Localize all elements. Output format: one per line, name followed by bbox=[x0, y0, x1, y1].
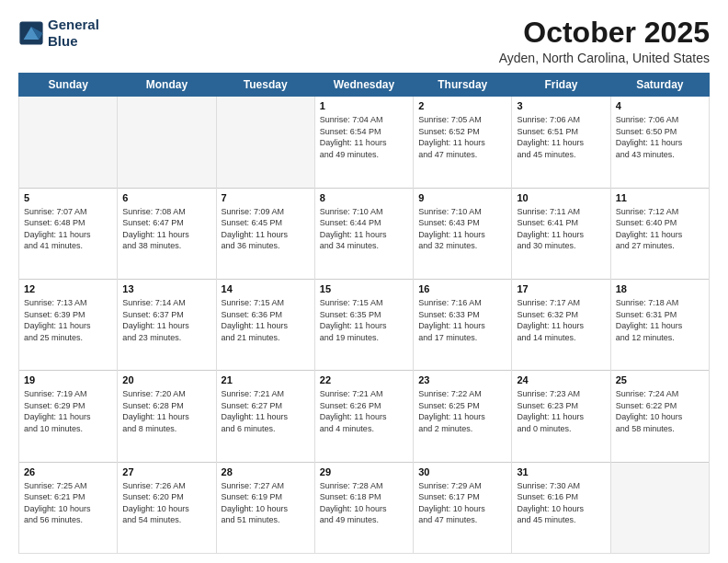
calendar-cell: 3Sunrise: 7:06 AM Sunset: 6:51 PM Daylig… bbox=[512, 97, 610, 188]
header-day-friday: Friday bbox=[512, 74, 610, 97]
day-info: Sunrise: 7:21 AM Sunset: 6:26 PM Dayligh… bbox=[320, 388, 408, 434]
day-number: 19 bbox=[24, 374, 112, 385]
day-number: 3 bbox=[517, 100, 605, 111]
header-day-wednesday: Wednesday bbox=[314, 74, 413, 97]
day-number: 26 bbox=[24, 466, 112, 477]
day-info: Sunrise: 7:29 AM Sunset: 6:17 PM Dayligh… bbox=[418, 480, 506, 526]
calendar-cell: 13Sunrise: 7:14 AM Sunset: 6:37 PM Dayli… bbox=[118, 279, 216, 370]
day-number: 8 bbox=[320, 192, 408, 203]
day-info: Sunrise: 7:17 AM Sunset: 6:32 PM Dayligh… bbox=[517, 297, 605, 343]
day-number: 31 bbox=[517, 466, 605, 477]
calendar-cell: 1Sunrise: 7:04 AM Sunset: 6:54 PM Daylig… bbox=[314, 97, 413, 188]
day-info: Sunrise: 7:05 AM Sunset: 6:52 PM Dayligh… bbox=[418, 114, 506, 160]
calendar-week-row: 26Sunrise: 7:25 AM Sunset: 6:21 PM Dayli… bbox=[19, 462, 710, 553]
day-info: Sunrise: 7:13 AM Sunset: 6:39 PM Dayligh… bbox=[24, 297, 112, 343]
day-info: Sunrise: 7:23 AM Sunset: 6:23 PM Dayligh… bbox=[517, 388, 605, 434]
day-info: Sunrise: 7:07 AM Sunset: 6:48 PM Dayligh… bbox=[24, 206, 112, 252]
header-day-tuesday: Tuesday bbox=[216, 74, 314, 97]
day-info: Sunrise: 7:14 AM Sunset: 6:37 PM Dayligh… bbox=[122, 297, 210, 343]
calendar-cell: 17Sunrise: 7:17 AM Sunset: 6:32 PM Dayli… bbox=[512, 279, 610, 370]
header-day-thursday: Thursday bbox=[414, 74, 512, 97]
logo: General Blue bbox=[18, 17, 99, 50]
calendar-cell: 10Sunrise: 7:11 AM Sunset: 6:41 PM Dayli… bbox=[512, 188, 610, 279]
calendar-cell: 5Sunrise: 7:07 AM Sunset: 6:48 PM Daylig… bbox=[19, 188, 118, 279]
calendar-title: October 2025 bbox=[499, 17, 710, 49]
day-number: 1 bbox=[320, 100, 408, 111]
calendar-cell: 27Sunrise: 7:26 AM Sunset: 6:20 PM Dayli… bbox=[118, 462, 216, 553]
calendar-cell: 28Sunrise: 7:27 AM Sunset: 6:19 PM Dayli… bbox=[216, 462, 314, 553]
calendar-cell: 25Sunrise: 7:24 AM Sunset: 6:22 PM Dayli… bbox=[610, 371, 709, 462]
day-info: Sunrise: 7:09 AM Sunset: 6:45 PM Dayligh… bbox=[222, 206, 310, 252]
day-info: Sunrise: 7:27 AM Sunset: 6:19 PM Dayligh… bbox=[222, 480, 310, 526]
day-info: Sunrise: 7:26 AM Sunset: 6:20 PM Dayligh… bbox=[122, 480, 210, 526]
day-number: 22 bbox=[320, 374, 408, 385]
header-day-saturday: Saturday bbox=[610, 74, 709, 97]
day-info: Sunrise: 7:15 AM Sunset: 6:36 PM Dayligh… bbox=[222, 297, 310, 343]
calendar-cell: 20Sunrise: 7:20 AM Sunset: 6:28 PM Dayli… bbox=[118, 371, 216, 462]
calendar-cell bbox=[19, 97, 118, 188]
calendar-week-row: 1Sunrise: 7:04 AM Sunset: 6:54 PM Daylig… bbox=[19, 97, 710, 188]
calendar-table: SundayMondayTuesdayWednesdayThursdayFrid… bbox=[18, 73, 710, 554]
calendar-cell: 8Sunrise: 7:10 AM Sunset: 6:44 PM Daylig… bbox=[314, 188, 413, 279]
day-info: Sunrise: 7:10 AM Sunset: 6:44 PM Dayligh… bbox=[320, 206, 408, 252]
day-number: 7 bbox=[222, 192, 310, 203]
day-number: 16 bbox=[418, 283, 506, 294]
calendar-cell: 9Sunrise: 7:10 AM Sunset: 6:43 PM Daylig… bbox=[414, 188, 512, 279]
calendar-cell: 16Sunrise: 7:16 AM Sunset: 6:33 PM Dayli… bbox=[414, 279, 512, 370]
header-day-sunday: Sunday bbox=[19, 74, 118, 97]
day-info: Sunrise: 7:18 AM Sunset: 6:31 PM Dayligh… bbox=[616, 297, 704, 343]
calendar-header-row: SundayMondayTuesdayWednesdayThursdayFrid… bbox=[19, 74, 710, 97]
day-info: Sunrise: 7:20 AM Sunset: 6:28 PM Dayligh… bbox=[122, 388, 210, 434]
day-number: 2 bbox=[418, 100, 506, 111]
day-number: 13 bbox=[122, 283, 210, 294]
day-info: Sunrise: 7:06 AM Sunset: 6:51 PM Dayligh… bbox=[517, 114, 605, 160]
day-info: Sunrise: 7:15 AM Sunset: 6:35 PM Dayligh… bbox=[320, 297, 408, 343]
day-number: 4 bbox=[616, 100, 704, 111]
header: General Blue October 2025 Ayden, North C… bbox=[18, 17, 710, 65]
day-number: 14 bbox=[222, 283, 310, 294]
day-number: 5 bbox=[24, 192, 112, 203]
day-info: Sunrise: 7:25 AM Sunset: 6:21 PM Dayligh… bbox=[24, 480, 112, 526]
calendar-cell: 30Sunrise: 7:29 AM Sunset: 6:17 PM Dayli… bbox=[414, 462, 512, 553]
day-number: 15 bbox=[320, 283, 408, 294]
calendar-cell: 18Sunrise: 7:18 AM Sunset: 6:31 PM Dayli… bbox=[610, 279, 709, 370]
day-info: Sunrise: 7:16 AM Sunset: 6:33 PM Dayligh… bbox=[418, 297, 506, 343]
day-info: Sunrise: 7:22 AM Sunset: 6:25 PM Dayligh… bbox=[418, 388, 506, 434]
day-info: Sunrise: 7:04 AM Sunset: 6:54 PM Dayligh… bbox=[320, 114, 408, 160]
day-number: 27 bbox=[122, 466, 210, 477]
calendar-week-row: 5Sunrise: 7:07 AM Sunset: 6:48 PM Daylig… bbox=[19, 188, 710, 279]
page: General Blue October 2025 Ayden, North C… bbox=[0, 0, 728, 563]
day-number: 25 bbox=[616, 374, 704, 385]
day-number: 21 bbox=[222, 374, 310, 385]
day-number: 12 bbox=[24, 283, 112, 294]
day-number: 9 bbox=[418, 192, 506, 203]
calendar-cell: 26Sunrise: 7:25 AM Sunset: 6:21 PM Dayli… bbox=[19, 462, 118, 553]
calendar-cell: 7Sunrise: 7:09 AM Sunset: 6:45 PM Daylig… bbox=[216, 188, 314, 279]
calendar-cell: 31Sunrise: 7:30 AM Sunset: 6:16 PM Dayli… bbox=[512, 462, 610, 553]
calendar-cell: 2Sunrise: 7:05 AM Sunset: 6:52 PM Daylig… bbox=[414, 97, 512, 188]
day-info: Sunrise: 7:10 AM Sunset: 6:43 PM Dayligh… bbox=[418, 206, 506, 252]
calendar-cell: 4Sunrise: 7:06 AM Sunset: 6:50 PM Daylig… bbox=[610, 97, 709, 188]
logo-text: General Blue bbox=[48, 17, 99, 50]
day-info: Sunrise: 7:19 AM Sunset: 6:29 PM Dayligh… bbox=[24, 388, 112, 434]
calendar-cell: 24Sunrise: 7:23 AM Sunset: 6:23 PM Dayli… bbox=[512, 371, 610, 462]
calendar-subtitle: Ayden, North Carolina, United States bbox=[499, 51, 710, 65]
calendar-cell: 15Sunrise: 7:15 AM Sunset: 6:35 PM Dayli… bbox=[314, 279, 413, 370]
day-number: 18 bbox=[616, 283, 704, 294]
day-number: 30 bbox=[418, 466, 506, 477]
calendar-week-row: 12Sunrise: 7:13 AM Sunset: 6:39 PM Dayli… bbox=[19, 279, 710, 370]
day-number: 29 bbox=[320, 466, 408, 477]
calendar-cell: 23Sunrise: 7:22 AM Sunset: 6:25 PM Dayli… bbox=[414, 371, 512, 462]
header-day-monday: Monday bbox=[118, 74, 216, 97]
calendar-cell: 19Sunrise: 7:19 AM Sunset: 6:29 PM Dayli… bbox=[19, 371, 118, 462]
calendar-cell: 22Sunrise: 7:21 AM Sunset: 6:26 PM Dayli… bbox=[314, 371, 413, 462]
calendar-cell: 12Sunrise: 7:13 AM Sunset: 6:39 PM Dayli… bbox=[19, 279, 118, 370]
calendar-cell bbox=[118, 97, 216, 188]
day-info: Sunrise: 7:08 AM Sunset: 6:47 PM Dayligh… bbox=[122, 206, 210, 252]
calendar-week-row: 19Sunrise: 7:19 AM Sunset: 6:29 PM Dayli… bbox=[19, 371, 710, 462]
day-number: 28 bbox=[222, 466, 310, 477]
calendar-cell: 21Sunrise: 7:21 AM Sunset: 6:27 PM Dayli… bbox=[216, 371, 314, 462]
day-number: 10 bbox=[517, 192, 605, 203]
calendar-cell bbox=[610, 462, 709, 553]
day-number: 20 bbox=[122, 374, 210, 385]
